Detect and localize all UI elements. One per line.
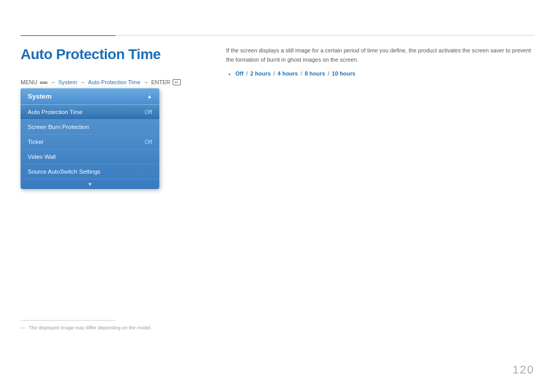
menu-item-ticker[interactable]: Ticker Off: [21, 135, 159, 150]
description-text: If the screen displays a still image for…: [226, 46, 534, 64]
menu-item-label: Ticker: [28, 139, 44, 145]
right-content: If the screen displays a still image for…: [226, 46, 534, 77]
up-arrow-icon: ▲: [147, 94, 152, 99]
menu-item-source-autoswitch[interactable]: Source AutoSwitch Settings: [21, 164, 159, 179]
breadcrumb: MENU → System → Auto Protection Time → E…: [21, 79, 181, 85]
menu-item-label: Auto Protection Time: [28, 109, 83, 115]
sep1: /: [246, 70, 249, 77]
system-menu: System ▲ Auto Protection Time Off Screen…: [21, 88, 159, 189]
sep3: /: [301, 70, 304, 77]
menu-item-auto-protection[interactable]: Auto Protection Time Off: [21, 105, 159, 120]
menu-item-label: Source AutoSwitch Settings: [28, 169, 100, 175]
breadcrumb-arrow3: →: [143, 79, 149, 85]
breadcrumb-menu: MENU: [21, 79, 47, 85]
option-off: Off: [235, 70, 244, 77]
down-arrow-icon: ▼: [21, 179, 159, 189]
option-4hours: 4 hours: [278, 70, 298, 77]
breadcrumb-enter-label: ENTER: [151, 79, 170, 85]
breadcrumb-apt: Auto Protection Time: [88, 79, 140, 85]
menu-item-value: Off: [145, 139, 152, 145]
system-menu-title: System: [28, 92, 51, 100]
menu-icon-box2: [43, 82, 45, 84]
menu-item-label: Screen Burn Protection: [28, 124, 89, 130]
breadcrumb-arrow2: →: [80, 79, 85, 85]
page-number: 120: [512, 363, 534, 377]
options-list-item: Off / 2 hours / 4 hours / 8 hours / 10 h…: [235, 70, 534, 77]
sep2: /: [273, 70, 276, 77]
menu-item-screen-burn[interactable]: Screen Burn Protection: [21, 120, 159, 135]
breadcrumb-arrow1: →: [50, 79, 55, 85]
note-text: — The displayed image may differ dependi…: [21, 325, 152, 330]
bottom-note: — The displayed image may differ dependi…: [21, 320, 152, 330]
menu-item-value: Off: [145, 109, 152, 115]
option-8hours: 8 hours: [305, 70, 325, 77]
option-2hours: 2 hours: [250, 70, 271, 77]
page-title: Auto Protection Time: [21, 46, 161, 63]
sep4: /: [328, 70, 331, 77]
menu-item-video-wall[interactable]: Video Wall: [21, 150, 159, 164]
enter-icon: [173, 79, 181, 85]
menu-icon-box1: [40, 82, 42, 84]
note-divider: [21, 320, 116, 321]
menu-icon-box3: [45, 82, 47, 84]
breadcrumb-system: System: [58, 79, 77, 85]
menu-item-label: Video Wall: [28, 154, 55, 160]
option-10hours: 10 hours: [332, 70, 356, 77]
system-menu-header: System ▲: [21, 88, 159, 105]
options-list: Off / 2 hours / 4 hours / 8 hours / 10 h…: [226, 70, 534, 77]
top-line: [21, 35, 534, 35]
